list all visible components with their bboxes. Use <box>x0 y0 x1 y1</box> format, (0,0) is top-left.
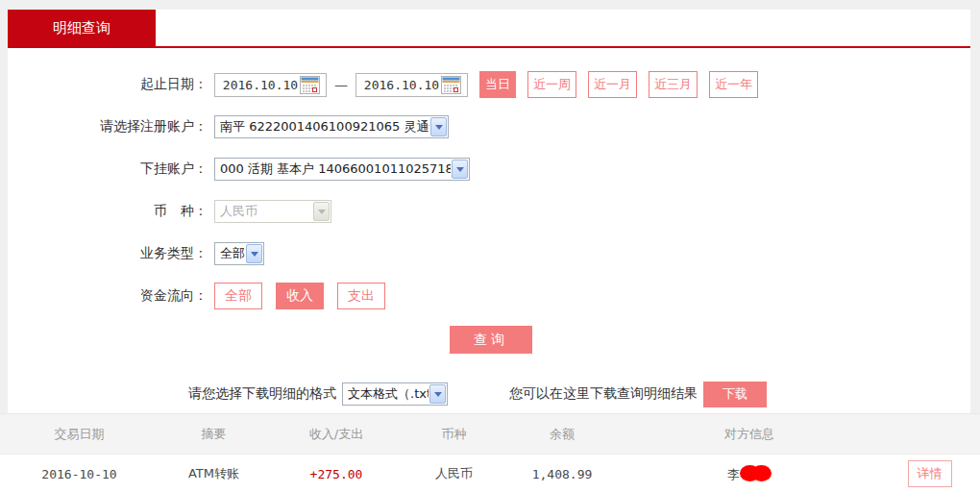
header-balance: 余额 <box>504 426 620 443</box>
end-date-input[interactable] <box>355 73 468 97</box>
range-today-button[interactable]: 当日 <box>479 71 516 98</box>
cell-date: 2016-10-10 <box>0 467 159 481</box>
currency-row: 币 种： 人民币 <box>8 199 970 224</box>
date-range-row: 起止日期： — <box>8 72 970 97</box>
biz-type-select[interactable]: 全部 <box>214 242 264 265</box>
header-counterparty: 对方信息 <box>620 426 879 443</box>
cell-amount: +275.00 <box>269 467 404 481</box>
register-account-select[interactable]: 南平 6222001406100921065 灵通卡 <box>214 115 449 138</box>
sub-account-value: 000 活期 基本户 1406600101102571848 <box>220 160 451 178</box>
currency-label: 币 种： <box>8 203 208 220</box>
header-currency: 币种 <box>404 426 504 443</box>
counterparty-name: 李 <box>727 467 740 481</box>
cell-counterparty: 李 <box>620 465 879 483</box>
download-format-select[interactable]: 文本格式（.txt） <box>342 382 448 406</box>
sub-account-row: 下挂账户： 000 活期 基本户 1406600101102571848 <box>8 157 970 182</box>
date-range-label: 起止日期： <box>8 76 208 93</box>
register-account-value: 南平 6222001406100921065 灵通卡 <box>220 118 429 136</box>
query-form: 起止日期： — <box>8 48 970 407</box>
biz-type-value: 全部 <box>220 245 245 262</box>
end-date-value[interactable] <box>362 78 441 92</box>
flow-expense-button[interactable]: 支出 <box>337 283 385 309</box>
biz-type-label: 业务类型： <box>8 245 208 262</box>
register-account-label: 请选择注册账户： <box>8 118 208 136</box>
download-button[interactable]: 下载 <box>703 382 767 407</box>
tab-label: 明细查询 <box>53 19 110 37</box>
table-header-row: 交易日期 摘要 收入/支出 币种 余额 对方信息 <box>0 413 980 455</box>
range-year-button[interactable]: 近一年 <box>709 71 758 98</box>
cell-action: 详情 <box>879 460 980 487</box>
download-format-value: 文本格式（.txt） <box>348 385 429 403</box>
currency-select: 人民币 <box>214 200 331 223</box>
chevron-down-icon <box>429 384 446 404</box>
register-account-row: 请选择注册账户： 南平 6222001406100921065 灵通卡 <box>8 114 970 139</box>
start-date-value[interactable] <box>221 78 300 92</box>
flow-income-button[interactable]: 收入 <box>276 283 324 309</box>
currency-value: 人民币 <box>220 203 257 220</box>
chevron-down-icon <box>313 202 330 221</box>
range-quarter-button[interactable]: 近三月 <box>649 71 698 98</box>
table-row: 2016-10-10 ATM转账 +275.00 人民币 1,408.99 李 … <box>0 455 980 493</box>
sub-account-label: 下挂账户： <box>8 160 208 178</box>
start-date-input[interactable] <box>214 73 327 97</box>
flow-all-button[interactable]: 全部 <box>214 283 262 309</box>
cell-summary: ATM转账 <box>159 465 269 482</box>
calendar-icon[interactable] <box>300 76 320 94</box>
cell-currency: 人民币 <box>404 465 504 482</box>
chevron-down-icon <box>452 160 468 179</box>
biz-type-row: 业务类型： 全部 <box>8 241 970 266</box>
download-row: 请您选择下载明细的格式 文本格式（.txt） 您可以在这里下载查询明细结果 下载 <box>188 382 970 407</box>
tab-detail-query[interactable]: 明细查询 <box>8 10 156 46</box>
date-range-separator: — <box>334 77 348 92</box>
main-panel: 明细查询 起止日期： — <box>8 10 970 413</box>
flow-row: 资金流向： 全部 收入 支出 <box>8 283 970 308</box>
range-month-button[interactable]: 近一月 <box>588 71 637 98</box>
query-button[interactable]: 查询 <box>450 326 532 354</box>
header-date: 交易日期 <box>0 426 159 443</box>
detail-button[interactable]: 详情 <box>908 460 952 487</box>
download-hint: 您可以在这里下载查询明细结果 <box>509 385 698 403</box>
header-summary: 摘要 <box>159 426 269 443</box>
redaction-mark <box>751 465 772 481</box>
header-amount: 收入/支出 <box>269 426 404 443</box>
chevron-down-icon <box>430 117 447 136</box>
chevron-down-icon <box>246 244 262 263</box>
results-table: 交易日期 摘要 收入/支出 币种 余额 对方信息 2016-10-10 ATM转… <box>0 413 980 493</box>
calendar-icon[interactable] <box>441 76 461 94</box>
download-format-label: 请您选择下载明细的格式 <box>188 385 336 403</box>
cell-balance: 1,408.99 <box>504 467 620 481</box>
flow-label: 资金流向： <box>8 287 208 305</box>
sub-account-select[interactable]: 000 活期 基本户 1406600101102571848 <box>214 158 470 181</box>
range-week-button[interactable]: 近一周 <box>527 71 576 98</box>
